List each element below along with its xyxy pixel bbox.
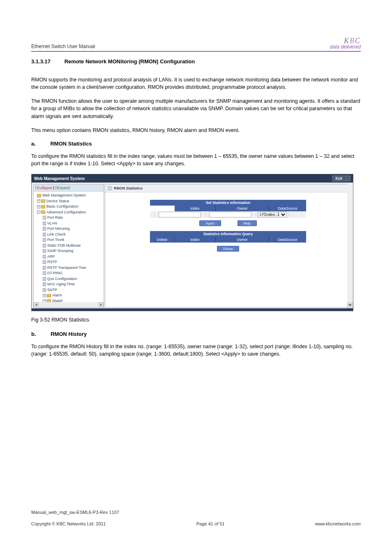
expand-icon[interactable]: + — [43, 294, 46, 297]
delete-button[interactable]: Delete — [217, 246, 239, 252]
tree-item[interactable]: ARP — [35, 254, 103, 260]
query-header: Statistics Information Query — [150, 231, 306, 237]
tree-root[interactable]: Web Management System — [35, 193, 103, 199]
sub-b-body: To configure the RMON History fill in th… — [31, 343, 361, 358]
window-title: Web Management System — [34, 176, 85, 181]
doc-icon — [43, 244, 46, 247]
col-datasource-2: DataSource — [269, 237, 306, 243]
doc-icon — [43, 260, 46, 264]
nav-tree-panel: □Collapse | □Expand Web Management Syste… — [33, 184, 104, 308]
tree-item[interactable]: Qos Configuration — [35, 276, 103, 282]
scroll-right-icon[interactable]: ► — [99, 302, 104, 307]
doc-icon — [43, 216, 46, 220]
collapse-icon[interactable]: − — [37, 210, 40, 214]
doc-icon — [43, 271, 46, 275]
screenshot: Web Management System Exit □Collapse | □… — [31, 174, 353, 311]
tree-basic-config[interactable]: +Basic Configuration — [35, 204, 103, 210]
tree-item[interactable]: DT-RING — [35, 271, 103, 276]
tree-item[interactable]: Link Check — [35, 232, 103, 238]
expand-icon[interactable]: + — [37, 205, 40, 208]
nav-h-scroll[interactable]: ◄ ► — [34, 302, 104, 307]
index-input[interactable] — [159, 212, 201, 217]
tree-device-status[interactable]: +Device Status — [35, 199, 103, 204]
sub-a-title: RMON Statistics — [50, 141, 92, 147]
tree-item[interactable]: RSTP Transparent Tran — [35, 265, 103, 271]
expand-icon[interactable]: + — [37, 199, 40, 203]
doc-icon — [43, 238, 46, 242]
doc-icon — [43, 255, 46, 259]
col-index-2: Index — [175, 237, 216, 243]
apply-button[interactable]: Apply — [199, 220, 221, 226]
sub-a-letter: a. — [31, 141, 36, 147]
footer-page: Page 41 of 51 — [196, 521, 225, 526]
scroll-down-icon[interactable] — [347, 303, 353, 308]
section-title: Remote Network MONitoring (RMON) Configu… — [65, 58, 195, 65]
expand-link[interactable]: □Expand — [55, 186, 70, 190]
help-button[interactable]: Help — [238, 220, 257, 226]
set-statistics-header: Set Statistics Information — [150, 200, 306, 206]
folder-icon — [37, 194, 41, 197]
folder-icon — [41, 199, 45, 203]
footer-url: www.kbcnetworks.com — [315, 521, 361, 526]
tree-item[interactable]: Port Rate — [35, 215, 103, 221]
doc-icon — [43, 266, 46, 270]
footer-copyright: Copyright © KBC Networks Ltd. 2011 — [31, 521, 106, 526]
tree-alarm[interactable]: +Alarm — [35, 293, 103, 298]
section-number: 3.1.3.17 — [31, 58, 51, 65]
doc-icon — [43, 227, 46, 231]
sub-b-title: RMON History — [51, 331, 87, 337]
page-icon — [108, 186, 112, 190]
sub-a-heading: a. RMON Statistics — [31, 141, 361, 147]
tree-item[interactable]: SNTP — [35, 287, 103, 293]
paragraph-2: The RMON function allows the user to ope… — [31, 97, 361, 120]
header-title: Ethernet Switch User Manual — [31, 44, 95, 49]
col-owner-2: Owner — [216, 237, 269, 243]
window-v-scroll[interactable] — [347, 183, 353, 308]
paragraph-1: RMON supports the monitoring and protoco… — [31, 76, 361, 91]
figure-caption: Fig 3-52 RMON Statistics — [31, 317, 361, 323]
window-footer-bar — [32, 308, 353, 311]
folder-icon — [47, 294, 51, 297]
tree-item[interactable]: MAC Aging Time — [35, 282, 103, 287]
nav-header: □Collapse | □Expand — [34, 185, 104, 192]
logo: KBC data delivered — [330, 37, 361, 49]
scroll-left-icon[interactable]: ◄ — [34, 302, 39, 307]
collapse-link[interactable]: □Collapse — [35, 186, 52, 190]
sub-a-body: To configure the RMON statistics fill in… — [31, 153, 361, 167]
exit-button[interactable]: Exit — [332, 176, 350, 181]
main-title: RMON Statistics — [114, 186, 143, 190]
sub-b-heading: b. RMON History — [31, 331, 361, 337]
tree-item[interactable]: Static FDB Multicast — [35, 243, 103, 249]
doc-icon — [43, 288, 46, 292]
doc-icon — [43, 249, 46, 253]
tree-item[interactable]: Port Mirroring — [35, 226, 103, 232]
col-datasource: DataSource — [269, 206, 306, 211]
col-owner: Owner — [216, 206, 269, 211]
owner-input[interactable] — [209, 212, 251, 217]
tree-item[interactable]: RSTP — [35, 259, 103, 265]
col-index: Index — [175, 206, 216, 211]
exit-up-icon — [344, 178, 348, 180]
tree-item[interactable]: VLAN — [35, 221, 103, 227]
col-delete: Delete — [150, 237, 175, 243]
paragraph-3: This menu option contains RMON statistic… — [31, 127, 361, 134]
tree-item[interactable]: Port Trunk — [35, 237, 103, 243]
folder-icon — [41, 210, 45, 214]
tree-advanced-config[interactable]: −Advanced Configuration — [35, 210, 103, 215]
folder-icon — [41, 205, 45, 208]
main-panel: RMON Statistics Set Statistics Informati… — [105, 184, 351, 308]
tree-item[interactable]: IGMP Snooping — [35, 248, 103, 254]
footer-manual: Manual_web_mgt_sw-ESML6-P3-Rev 1107 — [31, 510, 361, 515]
sub-b-letter: b. — [31, 331, 36, 337]
doc-icon — [43, 222, 46, 225]
doc-icon — [43, 277, 46, 281]
section-heading: 3.1.3.17 Remote Network MONitoring (RMON… — [31, 58, 361, 65]
logo-tagline: data delivered — [330, 44, 361, 49]
doc-icon — [43, 282, 46, 286]
datasource-select[interactable]: ifIndex.1 — [258, 212, 287, 217]
doc-icon — [43, 233, 46, 236]
